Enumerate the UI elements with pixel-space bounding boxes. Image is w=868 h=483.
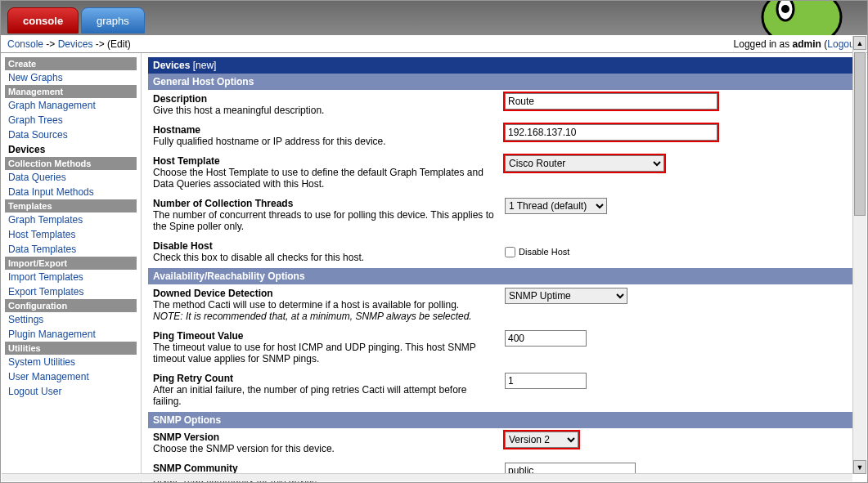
sidebar-link[interactable]: User Management — [8, 371, 89, 382]
sidebar-heading: Templates — [5, 199, 137, 212]
content-panel: Devices [new] General Host Options Descr… — [142, 53, 867, 482]
sidebar-link[interactable]: Data Templates — [8, 244, 76, 255]
section-general: General Host Options — [148, 74, 861, 90]
sidebar-link[interactable]: Import Templates — [8, 271, 83, 283]
sidebar-link[interactable]: Data Input Methods — [8, 186, 94, 198]
sidebar-item-data-queries[interactable]: Data Queries — [5, 170, 137, 185]
disable-label: Disable Host — [153, 240, 213, 252]
sidebar-heading: Configuration — [5, 299, 137, 312]
ddd-select[interactable]: SNMP Uptime — [505, 288, 627, 304]
host-template-help: Choose the Host Template to use to defin… — [153, 167, 483, 190]
logo-cactus — [753, 1, 851, 35]
crumb-devices[interactable]: Devices — [58, 38, 93, 50]
top-tab-bar: console graphs — [1, 1, 867, 35]
vertical-scrollbar[interactable]: ▲ ▼ — [852, 36, 866, 474]
svg-point-2 — [781, 5, 789, 13]
sidebar-item-plugin-management[interactable]: Plugin Management — [5, 327, 137, 342]
host-template-select[interactable]: Cisco Router — [505, 155, 664, 172]
sidebar-item-data-templates[interactable]: Data Templates — [5, 242, 137, 257]
description-label: Description — [153, 93, 207, 105]
breadcrumb-bar: Console -> Devices -> (Edit) Logged in a… — [1, 35, 867, 53]
sidebar-item-devices[interactable]: Devices — [5, 142, 137, 157]
hostname-help: Fully qualified hostname or IP address f… — [153, 136, 386, 147]
sidebar-heading: Collection Methods — [5, 157, 137, 170]
sidebar-heading: Management — [5, 85, 137, 98]
snmp-version-help: Choose the SNMP version for this device. — [153, 443, 335, 454]
panel-title-sub: [new] — [193, 60, 217, 71]
ping-retry-help: After an initial failure, the number of … — [153, 384, 467, 407]
section-availability: Availability/Reachability Options — [148, 268, 861, 284]
sidebar-link[interactable]: Graph Templates — [8, 214, 83, 226]
sidebar-item-settings[interactable]: Settings — [5, 312, 137, 327]
sidebar-link[interactable]: Settings — [8, 314, 43, 325]
description-input[interactable] — [505, 93, 717, 110]
sidebar-item-graph-templates[interactable]: Graph Templates — [5, 212, 137, 227]
tab-graphs[interactable]: graphs — [81, 7, 145, 34]
ping-timeout-input[interactable] — [505, 330, 587, 347]
hostname-input[interactable] — [505, 124, 717, 141]
hostname-label: Hostname — [153, 124, 200, 136]
scroll-down-button[interactable]: ▼ — [853, 460, 866, 474]
crumb-sep: -> — [92, 38, 107, 50]
host-template-label: Host Template — [153, 155, 220, 167]
snmp-community-label: SNMP Community — [153, 463, 238, 474]
sidebar-item-import-templates[interactable]: Import Templates — [5, 270, 137, 284]
sidebar-link[interactable]: Data Queries — [8, 172, 66, 183]
sidebar-item-graph-management[interactable]: Graph Management — [5, 98, 137, 113]
sidebar-heading: Import/Export — [5, 257, 137, 270]
sidebar-item-user-management[interactable]: User Management — [5, 369, 137, 384]
disable-help: Check this box to disable all checks for… — [153, 252, 364, 263]
crumb-sep: -> — [43, 38, 58, 50]
sidebar-heading: Utilities — [5, 342, 137, 355]
sidebar-item-system-utilities[interactable]: System Utilities — [5, 355, 137, 369]
ddd-help: The method Cacti will use to determine i… — [153, 299, 459, 311]
sidebar-link[interactable]: Graph Management — [8, 100, 96, 111]
sidebar-item-data-sources[interactable]: Data Sources — [5, 127, 137, 142]
sidebar-link[interactable]: Plugin Management — [8, 329, 96, 340]
sidebar-item-new-graphs[interactable]: New Graphs — [5, 70, 137, 85]
ping-retry-input[interactable] — [505, 373, 587, 389]
svg-point-0 — [762, 1, 841, 35]
sidebar-item-host-templates[interactable]: Host Templates — [5, 227, 137, 242]
crumb-console[interactable]: Console — [7, 38, 43, 50]
sidebar-item-graph-trees[interactable]: Graph Trees — [5, 113, 137, 127]
sidebar-link[interactable]: Devices — [8, 144, 45, 155]
sidebar-link[interactable]: New Graphs — [8, 72, 63, 83]
sidebar-link[interactable]: Data Sources — [8, 129, 68, 141]
sidebar: CreateNew GraphsManagementGraph Manageme… — [1, 53, 142, 482]
threads-help: The number of concurrent threads to use … — [153, 209, 494, 232]
threads-label: Number of Collection Threads — [153, 198, 293, 209]
snmp-version-select[interactable]: Version 2 — [505, 432, 578, 448]
description-help: Give this host a meaningful description. — [153, 105, 324, 116]
ping-retry-label: Ping Retry Count — [153, 373, 233, 384]
sidebar-link[interactable]: Export Templates — [8, 286, 84, 297]
scroll-thumb[interactable] — [854, 52, 866, 216]
ping-timeout-help: The timeout value to use for host ICMP a… — [153, 342, 476, 364]
sidebar-item-export-templates[interactable]: Export Templates — [5, 284, 137, 299]
ddd-label: Downed Device Detection — [153, 288, 273, 299]
sidebar-heading: Create — [5, 57, 137, 70]
sidebar-link[interactable]: Graph Trees — [8, 114, 63, 126]
threads-select[interactable]: 1 Thread (default) — [505, 198, 607, 214]
scroll-up-button[interactable]: ▲ — [853, 36, 866, 50]
section-snmp: SNMP Options — [148, 412, 861, 428]
snmp-version-label: SNMP Version — [153, 432, 219, 443]
sidebar-link[interactable]: Host Templates — [8, 229, 75, 240]
disable-text: Disable Host — [519, 247, 569, 257]
panel-title-main: Devices — [153, 60, 190, 71]
sidebar-item-logout-user[interactable]: Logout User — [5, 384, 137, 399]
tab-console[interactable]: console — [7, 7, 79, 34]
sidebar-link[interactable]: System Utilities — [8, 356, 75, 368]
horizontal-scrollbar[interactable] — [2, 473, 852, 481]
sidebar-link[interactable]: Logout User — [8, 386, 61, 397]
ddd-note: NOTE: It is recommended that, at a minim… — [153, 311, 472, 322]
login-user: admin — [793, 38, 821, 50]
panel-title: Devices [new] — [148, 57, 861, 74]
crumb-edit: (Edit) — [107, 38, 131, 50]
disable-checkbox[interactable] — [505, 247, 515, 257]
sidebar-item-data-input-methods[interactable]: Data Input Methods — [5, 185, 137, 199]
login-prefix: Logged in as — [734, 38, 793, 50]
ping-timeout-label: Ping Timeout Value — [153, 330, 243, 342]
